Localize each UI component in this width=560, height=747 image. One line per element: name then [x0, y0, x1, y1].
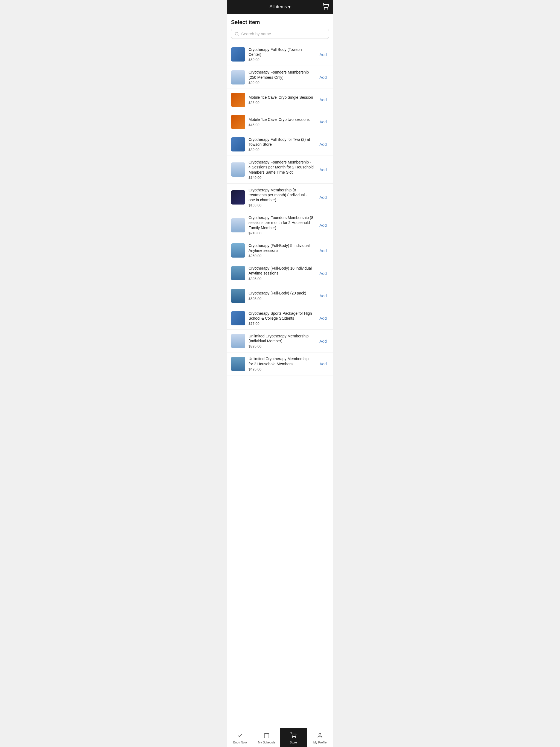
search-input[interactable]: [241, 31, 325, 36]
nav-book-now[interactable]: Book Now: [227, 728, 253, 747]
page-title: Select item: [227, 14, 333, 29]
nav-schedule[interactable]: My Schedule: [253, 728, 280, 747]
search-container: [227, 29, 333, 43]
item-info: Unlimited Cryotherapy Membership (Indivi…: [249, 334, 314, 349]
list-item: Mobile 'Ice Cave' Cryo two sessions$45.0…: [227, 111, 333, 133]
add-item-button[interactable]: Add: [317, 96, 329, 103]
list-item: Cryotherapy (Full-Body) 10 Individual An…: [227, 262, 333, 285]
add-item-button[interactable]: Add: [317, 51, 329, 58]
add-item-button[interactable]: Add: [317, 141, 329, 148]
item-price: $168.00: [249, 203, 314, 207]
item-info: Cryotherapy Full Body (Towson Center)$60…: [249, 47, 314, 62]
item-price: $149.00: [249, 176, 314, 180]
item-info: Cryotherapy (Full-Body) 10 Individual An…: [249, 266, 314, 281]
nav-profile-label: My Profile: [313, 741, 327, 744]
item-price: $99.00: [249, 81, 314, 85]
item-name: Cryotherapy Membership (8 treatments per…: [249, 187, 314, 203]
list-item: Cryotherapy Sports Package for High Scho…: [227, 307, 333, 330]
item-info: Cryotherapy Founders Membership (250 Mem…: [249, 70, 314, 84]
search-input-wrap: [231, 29, 329, 39]
item-name: Unlimited Cryotherapy Membership for 2 H…: [249, 356, 314, 366]
nav-store[interactable]: Store: [280, 728, 307, 747]
item-thumbnail: [231, 47, 245, 61]
item-thumbnail: [231, 357, 245, 371]
store-icon: [290, 732, 297, 740]
schedule-icon: [263, 732, 270, 740]
item-price: $45.00: [249, 123, 314, 127]
item-info: Cryotherapy Founders Membership (8 sessi…: [249, 215, 314, 235]
item-name: Cryotherapy Sports Package for High Scho…: [249, 311, 314, 321]
add-item-button[interactable]: Add: [317, 74, 329, 81]
item-price: $395.00: [249, 344, 314, 349]
item-info: Mobile 'Ice Cave' Cryo Single Session$25…: [249, 95, 314, 105]
add-item-button[interactable]: Add: [317, 166, 329, 173]
list-item: Cryotherapy Full Body (Towson Center)$60…: [227, 43, 333, 66]
list-item: Cryotherapy Membership (8 treatments per…: [227, 184, 333, 212]
svg-line-3: [238, 35, 238, 35]
item-thumbnail: [231, 311, 245, 325]
list-item: Cryotherapy Full Body for Two (2) at Tow…: [227, 133, 333, 156]
svg-point-1: [328, 9, 328, 9]
item-info: Cryotherapy Sports Package for High Scho…: [249, 311, 314, 326]
main-content: Select item Cryotherapy Full Body (Towso…: [227, 14, 333, 728]
add-item-button[interactable]: Add: [317, 270, 329, 277]
book-now-icon: [237, 732, 243, 740]
list-item: Cryotherapy Founders Membership (250 Mem…: [227, 66, 333, 88]
item-thumbnail: [231, 334, 245, 348]
list-item: Unlimited Cryotherapy Membership (Indivi…: [227, 330, 333, 353]
item-name: Cryotherapy Founders Membership (250 Mem…: [249, 70, 314, 80]
nav-schedule-label: My Schedule: [258, 741, 275, 744]
item-thumbnail: [231, 190, 245, 205]
item-thumbnail: [231, 243, 245, 258]
top-bar-title[interactable]: All items ▾: [269, 4, 290, 10]
top-bar: All items ▾: [227, 0, 333, 14]
item-name: Cryotherapy (Full-Body) 10 Individual An…: [249, 266, 314, 276]
item-info: Mobile 'Ice Cave' Cryo two sessions$45.0…: [249, 117, 314, 127]
add-item-button[interactable]: Add: [317, 338, 329, 344]
item-name: Cryotherapy Founders Membership (8 sessi…: [249, 215, 314, 230]
svg-point-10: [319, 733, 321, 735]
item-name: Cryotherapy (Full-Body) 5 Individual Any…: [249, 243, 314, 253]
add-item-button[interactable]: Add: [317, 360, 329, 367]
item-price: $250.00: [249, 254, 314, 258]
svg-point-8: [292, 738, 293, 738]
item-price: $80.00: [249, 148, 314, 152]
item-name: Cryotherapy Founders Membership - 4 Sess…: [249, 160, 314, 175]
nav-book-now-label: Book Now: [233, 741, 247, 744]
profile-icon: [317, 732, 323, 740]
add-item-button[interactable]: Add: [317, 292, 329, 299]
add-item-button[interactable]: Add: [317, 194, 329, 201]
item-price: $60.00: [249, 58, 314, 62]
item-list: Cryotherapy Full Body (Towson Center)$60…: [227, 43, 333, 376]
item-info: Cryotherapy Membership (8 treatments per…: [249, 187, 314, 208]
list-item: Cryotherapy Founders Membership (8 sessi…: [227, 211, 333, 239]
item-thumbnail: [231, 93, 245, 107]
item-thumbnail: [231, 162, 245, 177]
search-icon: [235, 32, 239, 36]
item-info: Cryotherapy Founders Membership - 4 Sess…: [249, 160, 314, 180]
add-item-button[interactable]: Add: [317, 119, 329, 125]
item-info: Cryotherapy (Full-Body) (20 pack)$595.00: [249, 291, 314, 301]
list-item: Cryotherapy Founders Membership - 4 Sess…: [227, 156, 333, 184]
item-info: Unlimited Cryotherapy Membership for 2 H…: [249, 356, 314, 371]
item-name: Cryotherapy Full Body for Two (2) at Tow…: [249, 137, 314, 147]
list-item: Cryotherapy (Full-Body) (20 pack)$595.00…: [227, 285, 333, 307]
item-name: Unlimited Cryotherapy Membership (Indivi…: [249, 334, 314, 343]
add-item-button[interactable]: Add: [317, 247, 329, 254]
item-name: Mobile 'Ice Cave' Cryo Single Session: [249, 95, 314, 100]
nav-profile[interactable]: My Profile: [307, 728, 334, 747]
add-item-button[interactable]: Add: [317, 315, 329, 321]
list-item: Unlimited Cryotherapy Membership for 2 H…: [227, 353, 333, 375]
item-name: Cryotherapy Full Body (Towson Center): [249, 47, 314, 57]
svg-point-0: [324, 9, 325, 9]
item-price: $25.00: [249, 101, 314, 105]
item-price: $495.00: [249, 367, 314, 371]
item-thumbnail: [231, 218, 245, 232]
add-item-button[interactable]: Add: [317, 222, 329, 229]
item-info: Cryotherapy (Full-Body) 5 Individual Any…: [249, 243, 314, 258]
item-price: $218.00: [249, 231, 314, 235]
item-name: Mobile 'Ice Cave' Cryo two sessions: [249, 117, 314, 122]
item-price: $595.00: [249, 297, 314, 301]
cart-button[interactable]: [322, 3, 329, 11]
item-thumbnail: [231, 70, 245, 84]
